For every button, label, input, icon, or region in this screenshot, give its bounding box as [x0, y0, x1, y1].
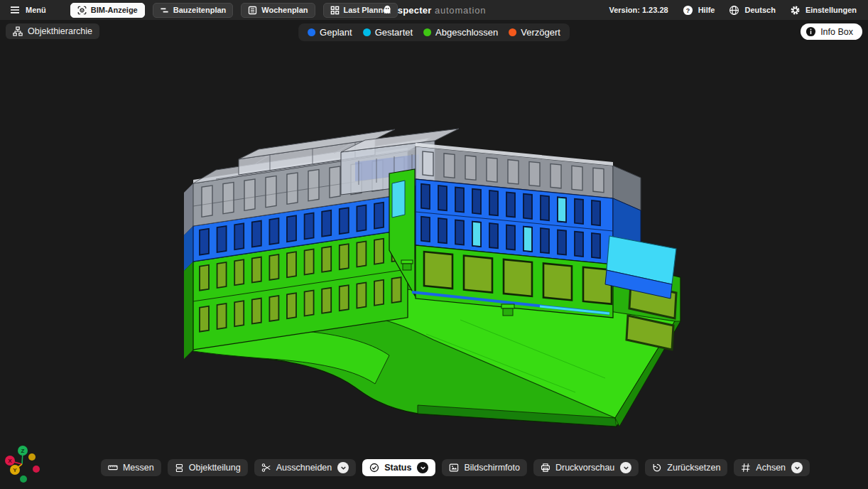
- menu-label: Menü: [26, 6, 46, 14]
- ghost-logo-icon: [382, 4, 393, 16]
- status-dot-gestartet: [363, 28, 371, 36]
- building-model-3d: [0, 20, 868, 489]
- svg-text:Y: Y: [13, 467, 17, 473]
- legend-label: Abgeschlossen: [435, 27, 498, 38]
- tool-label: Druckvorschau: [555, 463, 614, 473]
- gizmo-axis-y-negative[interactable]: [28, 453, 36, 461]
- nav-bim-anzeige[interactable]: BIM-Anzeige: [70, 3, 145, 18]
- nav-bauzeitenplan[interactable]: Bauzeitenplan: [153, 3, 234, 18]
- hamburger-icon: [10, 5, 20, 15]
- object-hierarchy-button[interactable]: Objekthierarchie: [6, 23, 99, 39]
- grid-squares-icon: [330, 6, 340, 15]
- svg-text:?: ?: [685, 6, 689, 14]
- info-box-button[interactable]: Info Box: [801, 23, 862, 40]
- legend-item-gestartet: Gestartet: [363, 27, 413, 38]
- nav-wochenplan[interactable]: Wochenplan: [241, 3, 315, 18]
- legend-label: Verzögert: [521, 27, 560, 38]
- ausschneiden-button[interactable]: Ausschneiden: [254, 459, 357, 476]
- legend-item-verzoegert: Verzögert: [509, 27, 560, 38]
- tool-label: Achsen: [756, 463, 786, 473]
- main-nav: BIM-Anzeige Bauzeitenplan Wochenplan: [70, 3, 398, 18]
- viewer-toolbar: Messen Objektteilung Ausschneiden Status: [101, 459, 810, 476]
- settings-label: Einstellungen: [805, 6, 857, 14]
- settings-button[interactable]: Einstellungen: [790, 5, 857, 16]
- status-dot-verzoegert: [509, 28, 516, 36]
- help-icon: ?: [683, 5, 693, 16]
- building-wing-right: [416, 143, 641, 318]
- bim-view-icon: [77, 6, 87, 15]
- status-dot-abgeschlossen: [423, 28, 431, 36]
- help-label: Hilfe: [698, 6, 715, 14]
- tool-label: Status: [384, 463, 411, 473]
- tool-label: Zurücksetzen: [667, 463, 720, 473]
- axes-grid-icon: [741, 463, 751, 473]
- status-dot-geplant: [308, 28, 315, 36]
- bildschirmfoto-button[interactable]: Bildschirmfoto: [442, 459, 527, 476]
- gear-icon: [790, 5, 801, 16]
- info-box-label: Info Box: [820, 27, 853, 37]
- gizmo-axis-z[interactable]: Z: [18, 446, 28, 456]
- tool-label: Ausschneiden: [276, 463, 332, 473]
- chevron-down-icon[interactable]: [620, 462, 631, 473]
- legend-label: Gestartet: [375, 27, 413, 38]
- gizmo-axis-x[interactable]: X: [5, 456, 15, 466]
- language-button[interactable]: Deutsch: [729, 5, 775, 16]
- objektteilung-button[interactable]: Objektteilung: [168, 459, 248, 476]
- tool-label: Messen: [123, 463, 154, 473]
- gizmo-axis-z-negative[interactable]: [20, 475, 27, 483]
- split-object-icon: [175, 463, 184, 473]
- gizmo-axis-y[interactable]: Y: [10, 465, 20, 475]
- bim-viewport[interactable]: Z X Y: [0, 20, 868, 489]
- version-label: Version: 1.23.28: [609, 6, 668, 14]
- language-label: Deutsch: [744, 6, 775, 14]
- bench: [501, 304, 514, 316]
- printer-icon: [541, 463, 550, 473]
- tool-label: Objektteilung: [189, 463, 241, 473]
- nav-label: Bauzeitenplan: [173, 6, 227, 14]
- help-button[interactable]: ? Hilfe: [683, 5, 715, 16]
- object-hierarchy-label: Objekthierarchie: [28, 26, 92, 36]
- top-menu-bar: Menü BIM-Anzeige Bauzeitenplan: [0, 0, 868, 20]
- messen-button[interactable]: Messen: [101, 459, 161, 476]
- gizmo-axis-x-negative[interactable]: [33, 466, 40, 473]
- svg-text:X: X: [8, 458, 12, 464]
- screenshot-icon: [449, 463, 459, 473]
- status-check-icon: [369, 463, 379, 473]
- chevron-down-icon[interactable]: [417, 462, 428, 473]
- orientation-gizmo[interactable]: Z X Y: [1, 442, 47, 488]
- info-icon: [805, 26, 816, 37]
- menu-button[interactable]: Menü: [10, 5, 46, 15]
- hierarchy-icon: [13, 26, 23, 36]
- status-legend: Geplant Gestartet Abgeschlossen Verzöger…: [298, 23, 570, 41]
- zuruecksetzen-button[interactable]: Zurücksetzen: [645, 459, 727, 476]
- tool-label: Bildschirmfoto: [464, 463, 520, 473]
- chevron-down-icon[interactable]: [791, 462, 803, 473]
- status-button[interactable]: Status: [362, 459, 435, 476]
- gantt-icon: [160, 6, 169, 15]
- globe-icon: [729, 5, 739, 16]
- brand-suffix: automation: [435, 5, 486, 16]
- scissors-icon: [261, 463, 271, 473]
- nav-label: Wochenplan: [261, 6, 308, 14]
- reset-rotate-icon: [652, 463, 662, 473]
- nav-label: BIM-Anzeige: [91, 6, 138, 14]
- druckvorschau-button[interactable]: Druckvorschau: [533, 459, 639, 476]
- ruler-icon: [108, 463, 118, 473]
- legend-label: Geplant: [320, 27, 352, 38]
- achsen-button[interactable]: Achsen: [734, 459, 810, 476]
- viewport-overlay-row: Objekthierarchie Geplant Gestartet Abges…: [0, 23, 868, 41]
- brand-name: specter: [398, 5, 432, 16]
- brand-logo: specter automation: [382, 0, 486, 20]
- legend-item-geplant: Geplant: [308, 27, 352, 38]
- bench: [401, 260, 413, 270]
- svg-text:Z: Z: [21, 448, 25, 454]
- weekplan-list-icon: [248, 6, 257, 15]
- chevron-down-icon[interactable]: [337, 462, 349, 473]
- legend-item-abgeschlossen: Abgeschlossen: [423, 27, 498, 38]
